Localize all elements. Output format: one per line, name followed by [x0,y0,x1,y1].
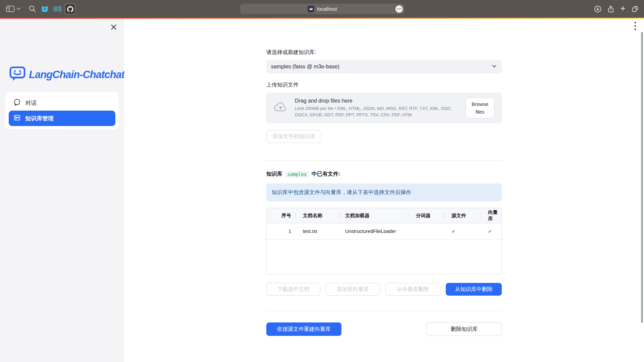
kb-heading-suffix: 中已有文件: [312,171,340,178]
chat-bubble-icon [13,99,21,108]
nav-item-dialogue[interactable]: 对话 [9,95,115,111]
extension-circles-button[interactable] [53,0,61,18]
sidebar-panel-icon [6,6,14,12]
browser-search-button[interactable] [29,0,36,18]
github-icon [65,4,75,14]
extension-cat-download-button[interactable] [41,0,49,18]
column-header-vector-store[interactable]: 向量库 [480,208,501,223]
column-header-index[interactable]: 序号 [267,208,296,223]
cell-doc-name: test.txt [296,223,339,239]
cell-vector-check: ✓ [480,223,501,239]
nav-item-knowledge-base[interactable]: 知识库管理 [9,111,115,126]
kb-name-code: samples [285,171,309,178]
address-url: localhost [317,6,337,12]
download-selected-button[interactable]: 下载选中文档 [266,283,320,296]
nav-item-label: 对话 [25,99,37,107]
address-bar[interactable]: localhost [240,4,405,14]
kb-select-value: samples (faiss @ m3e-base) [271,64,491,70]
upload-label: 上传知识文件 [266,81,502,88]
file-dropzone[interactable]: Drag and drop files here Limit 200MB per… [266,93,502,123]
cell-index: 1 [267,223,296,239]
page-content: 请选择或新建知识库: samples (faiss @ m3e-base) 上传… [266,19,502,336]
extension-github-button[interactable] [64,3,76,15]
kb-heading-prefix: 知识库 [266,171,282,178]
column-header-doc-loader[interactable]: 文档加载器 [339,208,408,223]
downloads-button[interactable] [594,5,601,13]
new-tab-button[interactable]: + [620,4,626,13]
chevron-down-icon [491,63,497,70]
close-icon [111,24,117,32]
screen: localhost + LangChai [0,0,644,362]
kb-select-label: 请选择或新建知识库: [266,49,502,56]
dropzone-title: Drag and drop files here [295,98,458,104]
delete-kb-button[interactable]: 删除知识库 [427,322,502,336]
search-icon [29,5,36,12]
dropzone-instructions: Drag and drop files here Limit 200MB per… [295,98,458,118]
kebab-menu-icon [634,21,636,32]
tab-overview-button[interactable] [631,5,639,13]
delete-from-kb-button[interactable]: 从知识库中删除 [446,283,502,296]
app-sidebar: LangChain-Chatchat 对话 知识库管理 [0,19,124,362]
column-header-doc-name[interactable]: 文档名称 [296,208,339,223]
divider [266,160,502,161]
cell-source-check: ✓ [443,223,480,239]
dropzone-limit-text: Limit 200MB per file • EML, HTML, JSON, … [295,106,458,118]
scrollbar-thumb[interactable] [641,32,643,323]
streamlit-menu-button[interactable] [632,21,638,32]
share-button[interactable] [607,5,614,13]
add-to-vector-store-button[interactable]: 添加至向量库 [326,283,380,296]
column-header-source-file[interactable]: 源文件 [443,208,480,223]
cloud-upload-icon [274,102,287,114]
files-table-header: 序号 文档名称 文档加载器 分词器 源文件 向量库 [267,208,501,223]
files-table: 序号 文档名称 文档加载器 分词器 源文件 向量库 1 test.txt Uns… [266,208,502,275]
nav-item-label: 知识库管理 [25,115,54,122]
info-banner: 知识库中包含源文件与向量库，请从下表中选择文件后操作 [266,183,502,201]
browse-files-button[interactable]: Browse files [466,98,494,119]
file-action-buttons: 下载选中文档 添加至向量库 从向量库删除 从知识库中删除 [266,283,502,296]
kb-action-buttons: 依据源文件重建向量库 删除知识库 [266,322,502,336]
main-area: 请选择或新建知识库: samples (faiss @ m3e-base) 上传… [124,19,644,362]
table-row[interactable]: 1 test.txt UnstructuredFileLoader ✓ ✓ [267,223,501,240]
cat-download-icon [41,5,49,13]
column-header-splitter[interactable]: 分词器 [408,208,443,223]
browser-sidebar-toggle[interactable] [6,0,20,18]
site-favicon-icon [308,6,314,12]
add-files-to-kb-button[interactable]: 添加文件到知识库 [266,130,321,143]
cell-splitter [408,223,443,239]
sidebar-nav: 对话 知识库管理 [5,92,119,129]
chat-logo-icon [9,66,25,83]
rebuild-vector-store-button[interactable]: 依据源文件重建向量库 [266,322,341,336]
delete-from-vector-store-button[interactable]: 从向量库删除 [385,283,440,296]
database-icon [13,114,21,123]
page-options-button[interactable] [395,5,403,13]
app-logo-text: LangChain-Chatchat [29,69,124,81]
kb-select[interactable]: samples (faiss @ m3e-base) [266,60,502,73]
radar-star-icon [53,5,61,13]
divider [266,311,502,311]
kb-files-heading: 知识库 samples 中已有文件: [266,171,502,178]
browser-toolbar: localhost + [0,0,644,18]
app-logo: LangChain-Chatchat [9,66,124,83]
table-empty-area [267,240,501,274]
cell-doc-loader: UnstructuredFileLoader [339,223,408,239]
sidebar-close-button[interactable] [109,23,118,32]
chevron-down-icon [17,8,20,10]
